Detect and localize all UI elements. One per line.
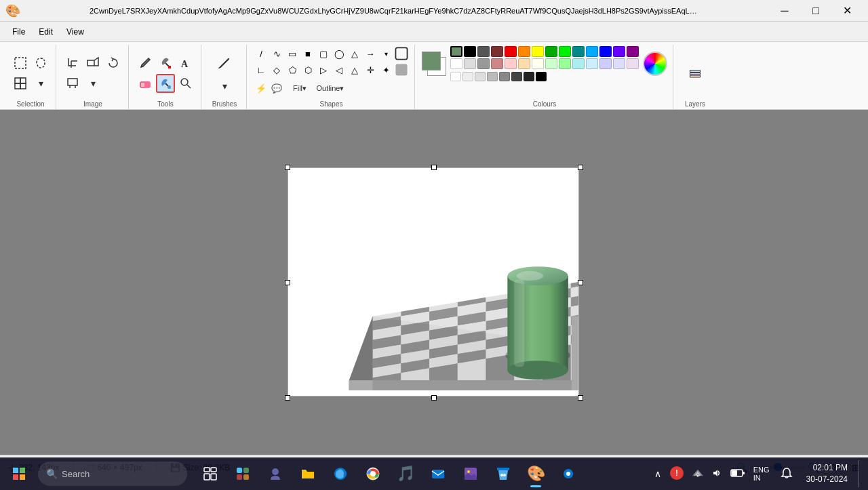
swatch-extra7[interactable] bbox=[524, 72, 534, 81]
shape-right-arrow[interactable]: ▷ bbox=[316, 62, 331, 77]
menu-view[interactable]: View bbox=[60, 24, 91, 39]
show-desktop-btn[interactable] bbox=[859, 460, 863, 487]
menu-edit[interactable]: Edit bbox=[32, 24, 60, 39]
shape-arrow-select[interactable]: → bbox=[363, 46, 378, 61]
swatch-black[interactable] bbox=[464, 46, 476, 57]
fill-btn[interactable] bbox=[156, 54, 175, 73]
shape-outline-select[interactable] bbox=[394, 46, 409, 61]
swatch-white[interactable] bbox=[450, 58, 462, 69]
swatch-skyblue[interactable] bbox=[586, 58, 598, 69]
taskbar-photos[interactable] bbox=[456, 459, 486, 489]
swatch-extra3[interactable] bbox=[475, 72, 486, 81]
tray-alert[interactable]: ! bbox=[667, 464, 687, 484]
shape-hexagon[interactable]: ⬡ bbox=[300, 62, 315, 77]
taskbar-paint[interactable]: 🎨 bbox=[521, 459, 551, 489]
swatch-mint[interactable] bbox=[559, 58, 571, 69]
swatch-extra2[interactable] bbox=[462, 72, 473, 81]
brush-main-btn[interactable] bbox=[212, 51, 237, 75]
swatch-lightpurple[interactable] bbox=[627, 58, 639, 69]
swatch-teal[interactable] bbox=[572, 46, 585, 57]
tray-up-arrow[interactable]: ∧ bbox=[652, 467, 664, 481]
swatch-red[interactable] bbox=[505, 46, 517, 57]
layers-btn[interactable] bbox=[682, 60, 709, 87]
image-dropdown-btn[interactable] bbox=[63, 74, 82, 93]
foreground-color[interactable] bbox=[422, 52, 441, 70]
swatch-extra4[interactable] bbox=[487, 72, 498, 81]
handle-bottom-center[interactable] bbox=[431, 395, 437, 401]
taskbar-search-box[interactable]: 🔍 Search bbox=[38, 462, 187, 486]
swatch-lightviolet[interactable] bbox=[613, 58, 625, 69]
taskbar-chrome[interactable] bbox=[358, 459, 388, 489]
swatch-extra1[interactable] bbox=[450, 72, 461, 81]
handle-middle-left[interactable] bbox=[285, 280, 290, 285]
rotate-btn[interactable] bbox=[104, 54, 123, 73]
shape-round-rect[interactable]: ▢ bbox=[316, 46, 331, 61]
shape-line[interactable]: / bbox=[254, 46, 269, 61]
swatch-purple[interactable] bbox=[627, 46, 639, 57]
shapes-fill-dropdown[interactable]: Fill▾ bbox=[288, 79, 312, 98]
taskbar-taskview[interactable] bbox=[195, 459, 225, 489]
tray-network[interactable] bbox=[690, 466, 706, 482]
image-select-dropdown[interactable]: ▾ bbox=[83, 74, 102, 93]
swatch-lightcyan[interactable] bbox=[572, 58, 585, 69]
taskbar-settings-app[interactable] bbox=[553, 459, 583, 489]
taskbar-edge[interactable] bbox=[326, 459, 355, 489]
swatch-orange[interactable] bbox=[518, 46, 530, 57]
taskbar-teams[interactable] bbox=[260, 459, 290, 489]
shape-rect[interactable]: ▭ bbox=[285, 46, 300, 61]
shapes-outline-dropdown[interactable]: Outline▾ bbox=[313, 79, 347, 98]
select-dropdown-btn[interactable]: ▾ bbox=[31, 74, 50, 93]
shape-fill-select[interactable] bbox=[394, 62, 409, 77]
menu-file[interactable]: File bbox=[5, 24, 32, 39]
shape-ellipse[interactable]: ◯ bbox=[332, 46, 347, 61]
swatch-yellow[interactable] bbox=[532, 46, 544, 57]
swatch-darkred[interactable] bbox=[491, 46, 503, 57]
shape-star4[interactable]: ✦ bbox=[378, 62, 393, 77]
swatch-extra5[interactable] bbox=[499, 72, 510, 81]
handle-top-center[interactable] bbox=[431, 165, 437, 170]
swatch-lightbrown[interactable] bbox=[491, 58, 503, 69]
taskbar-explorer[interactable] bbox=[293, 459, 323, 489]
swatch-extra8[interactable] bbox=[536, 72, 547, 81]
shape-curve[interactable]: ∿ bbox=[269, 46, 284, 61]
magnifier-btn[interactable] bbox=[176, 74, 195, 93]
text-btn[interactable]: A bbox=[176, 54, 195, 73]
shape-more[interactable]: ▾ bbox=[378, 46, 393, 61]
handle-top-left[interactable] bbox=[285, 165, 290, 170]
swatch-violet[interactable] bbox=[613, 46, 625, 57]
swatch-lime[interactable] bbox=[559, 46, 571, 57]
shape-callout[interactable]: 💬 bbox=[269, 81, 284, 96]
eraser-btn[interactable] bbox=[136, 74, 155, 93]
taskbar-mail[interactable] bbox=[423, 459, 453, 489]
handle-bottom-left[interactable] bbox=[285, 395, 290, 401]
shape-pentagon[interactable]: ⬠ bbox=[285, 62, 300, 77]
pencil-btn[interactable] bbox=[136, 54, 155, 73]
resize-btn[interactable] bbox=[83, 54, 102, 73]
swatch-lightpink[interactable] bbox=[505, 58, 517, 69]
swatch-lightyellow[interactable] bbox=[532, 58, 544, 69]
taskbar-store[interactable] bbox=[488, 459, 518, 489]
handle-top-right[interactable] bbox=[578, 165, 583, 170]
maximize-button[interactable]: □ bbox=[800, 0, 831, 22]
swatch-gray[interactable] bbox=[477, 58, 490, 69]
canvas-area[interactable]: A bbox=[0, 110, 868, 455]
free-select-btn[interactable] bbox=[31, 54, 50, 73]
edit-colours-btn[interactable] bbox=[643, 52, 667, 76]
close-button[interactable]: ✕ bbox=[831, 0, 863, 22]
shape-diamond[interactable]: ◇ bbox=[269, 62, 284, 77]
handle-middle-right[interactable] bbox=[578, 280, 583, 285]
shape-triangle[interactable]: △ bbox=[347, 46, 362, 61]
crop-btn[interactable] bbox=[63, 54, 82, 73]
handle-bottom-right[interactable] bbox=[578, 395, 583, 401]
swatch-lavender[interactable] bbox=[599, 58, 612, 69]
minimize-button[interactable]: ─ bbox=[769, 0, 800, 22]
brush-dropdown-btn[interactable]: ▾ bbox=[215, 77, 234, 96]
swatch-lightgreen[interactable] bbox=[545, 58, 557, 69]
tray-battery[interactable] bbox=[728, 466, 748, 482]
color-picker-btn[interactable] bbox=[156, 74, 175, 93]
rectangular-select-btn[interactable] bbox=[11, 54, 30, 73]
swatch-blue[interactable] bbox=[599, 46, 612, 57]
select-all-btn[interactable] bbox=[11, 74, 30, 93]
swatch-green[interactable] bbox=[545, 46, 557, 57]
shape-lightning[interactable]: ⚡ bbox=[254, 81, 269, 96]
